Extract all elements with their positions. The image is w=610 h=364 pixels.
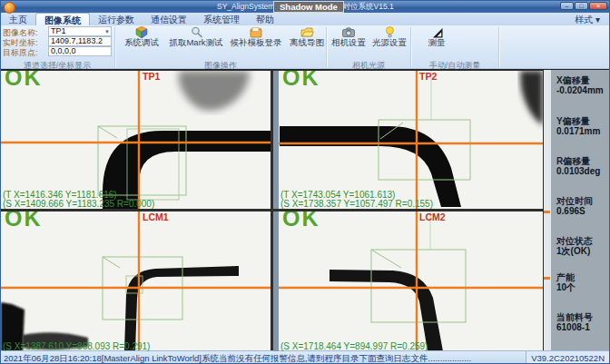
sidebar-splitter[interactable] xyxy=(543,70,551,350)
camera-label-tp2: TP2 xyxy=(419,71,437,82)
current-coords-lcm1: (S X=1387.610 Y=868.093 R=0.291) xyxy=(3,341,150,351)
offline-map-label: 离线导图 xyxy=(286,38,328,47)
menu-run-params[interactable]: 运行参数 xyxy=(90,13,143,25)
splitter-tick xyxy=(544,277,550,280)
camera-canvas-lcm1 xyxy=(1,212,271,351)
group-manual-auto-measure: 手动/自动测量 xyxy=(411,60,498,69)
splitter-tick xyxy=(544,211,550,213)
camera-canvas-tp2 xyxy=(273,71,543,209)
current-coords-tp2: (S X=1738.357 Y=1057.497 R=0.155) xyxy=(280,199,433,209)
readout-label: Y偏移量 xyxy=(556,116,610,126)
camera-label-lcm1: LCM1 xyxy=(143,212,169,222)
current-coords-lcm2: (S X=1718.464 Y=894.997 R=0.259) xyxy=(280,341,428,351)
measurement-sidebar: X偏移量 -0.0204mm Y偏移量 0.0171mm R偏移量 0.0103… xyxy=(551,70,610,350)
realtime-coord-value: 1409.7,1183.2 xyxy=(51,36,103,45)
status-ok: OK xyxy=(282,212,320,231)
camera-canvas-lcm2 xyxy=(273,212,543,351)
readout-r-offset: R偏移量 0.0103deg xyxy=(556,156,610,176)
menu-comm-settings[interactable]: 通信设置 xyxy=(143,13,195,25)
readout-value: 61008-1 xyxy=(556,322,610,332)
close-button[interactable]: × xyxy=(589,2,607,10)
camera-view-lcm2[interactable]: OK LCM2 (S X=1718.464 Y=894.997 R=0.259) xyxy=(273,212,543,351)
grab-mark-test-button[interactable]: 抓取Mark测试 xyxy=(167,26,225,48)
system-debug-label: 系统调试 xyxy=(117,38,166,47)
readout-x-offset: X偏移量 -0.0204mm xyxy=(556,75,610,95)
backup-template-login-button[interactable]: 候补模板登录 xyxy=(227,26,285,48)
readout-value: 0.0171mm xyxy=(556,126,610,136)
status-message: 2021年06月28日16:20:18[MasterAlign LinkToWo… xyxy=(4,353,471,364)
camera-settings-label: 相机设置 xyxy=(329,38,369,47)
menu-image-system[interactable]: 图像系统 xyxy=(35,13,90,25)
readout-value: 0.696S xyxy=(556,206,610,216)
readout-label: R偏移量 xyxy=(556,156,610,166)
backup-template-login-label: 候补模板登录 xyxy=(227,38,285,47)
readout-y-offset: Y偏移量 0.0171mm xyxy=(556,116,610,136)
app-window: SY_AlignSystemLinkT Shadow Mode 动对位系统V15… xyxy=(0,0,610,364)
status-ok: OK xyxy=(5,71,43,91)
view-splitter xyxy=(273,71,279,209)
group-camera-light: 相机光源 xyxy=(327,60,410,69)
measure-label: 测量 xyxy=(417,38,457,47)
readout-value: 1次(OK) xyxy=(556,246,610,256)
readout-capacity: 产能 10个 xyxy=(556,272,610,292)
realtime-coord-field[interactable]: 1409.7,1183.2 xyxy=(48,36,112,46)
camera-view-lcm1[interactable]: OK LCM1 (S X=1387.610 Y=868.093 R=0.291) xyxy=(1,212,271,351)
readout-label: X偏移量 xyxy=(556,75,610,85)
status-bar: 2021年06月28日16:20:18[MasterAlign LinkToWo… xyxy=(1,350,610,364)
readout-value: 0.0103deg xyxy=(556,166,610,176)
camera-view-tp2[interactable]: OK TP2 (T X=1743.054 Y=1061.613) (S X=17… xyxy=(273,71,543,209)
readout-label: 对位时间 xyxy=(556,196,610,206)
status-ok: OK xyxy=(5,212,43,231)
light-settings-label: 光源设置 xyxy=(369,38,410,47)
readout-align-time: 对位时间 0.696S xyxy=(556,196,610,216)
version-label: V39.2C20210522N xyxy=(526,351,609,364)
shadow-mode-badge: Shadow Mode xyxy=(273,1,344,13)
title-bar: SY_AlignSystemLinkT Shadow Mode 动对位系统V15… xyxy=(1,1,610,13)
current-coords-tp1: (S X=1409.666 Y=1183.235 R=0.000) xyxy=(3,199,154,209)
target-origin-label: 目标原点: xyxy=(3,47,38,59)
view-splitter xyxy=(273,212,279,351)
menu-system-mgmt[interactable]: 系统管理 xyxy=(195,13,248,25)
camera-label-lcm2: LCM2 xyxy=(419,212,446,222)
status-ok: OK xyxy=(282,71,320,91)
grab-mark-test-label: 抓取Mark测试 xyxy=(167,38,225,47)
image-name-select[interactable]: TP1 ▼ xyxy=(48,26,112,36)
minimize-button[interactable]: – xyxy=(560,2,574,10)
app-logo-icon[interactable] xyxy=(4,2,15,14)
readout-label: 产能 xyxy=(556,272,610,282)
menu-bar: 主页 图像系统 运行参数 通信设置 系统管理 帮助 xyxy=(1,13,610,25)
camera-view-tp1[interactable]: OK TP1 (T X=1416.346 Y=1181.616) (S X=14… xyxy=(1,71,271,209)
group-image-ops: 图像操作 xyxy=(115,60,326,69)
ribbon-toolbar: 图像名称: TP1 ▼ 实时坐标: 1409.7,1183.2 目标原点: 0,… xyxy=(1,25,610,69)
target-origin-value: 0,0,0,0 xyxy=(51,46,76,55)
coordinate-fields: 图像名称: TP1 ▼ 实时坐标: 1409.7,1183.2 目标原点: 0,… xyxy=(3,26,113,56)
readout-align-status: 对位状态 1次(OK) xyxy=(556,236,610,256)
target-origin-field[interactable]: 0,0,0,0 xyxy=(48,46,112,56)
camera-canvas-tp1 xyxy=(1,71,271,209)
system-debug-button[interactable]: 系统调试 xyxy=(117,26,166,48)
light-settings-button[interactable]: 光源设置 xyxy=(369,26,410,48)
maximize-button[interactable]: □ xyxy=(575,2,588,10)
readout-value: -0.0204mm xyxy=(556,85,610,95)
readout-part-number: 当前料号 61008-1 xyxy=(556,312,610,332)
readout-value: 10个 xyxy=(556,282,610,292)
group-channel-coord: 通道选择/坐标显示 xyxy=(1,60,113,69)
menu-home[interactable]: 主页 xyxy=(1,13,35,25)
camera-grid: OK TP1 (T X=1416.346 Y=1181.616) (S X=14… xyxy=(1,69,610,350)
menu-help[interactable]: 帮助 xyxy=(248,13,282,25)
measure-button[interactable]: 测量 xyxy=(417,26,457,48)
style-menu[interactable]: 样式 ▾ xyxy=(575,14,600,26)
camera-settings-button[interactable]: 相机设置 xyxy=(329,26,369,48)
readout-label: 当前料号 xyxy=(556,312,610,322)
offline-map-button[interactable]: 离线导图 xyxy=(286,26,328,48)
chevron-down-icon[interactable]: ▼ xyxy=(104,28,110,36)
image-name-value: TP1 xyxy=(51,26,66,35)
readout-label: 对位状态 xyxy=(556,236,610,246)
camera-label-tp1: TP1 xyxy=(143,71,160,82)
